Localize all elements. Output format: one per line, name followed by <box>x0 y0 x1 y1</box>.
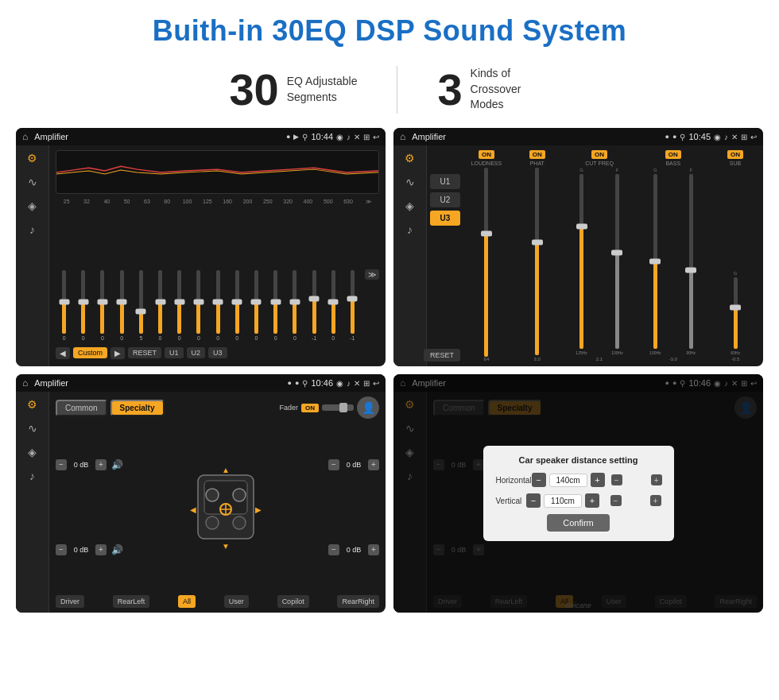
eq-desc: EQ Adjustable Segments <box>287 74 358 105</box>
slider-13[interactable]: -1 <box>305 270 322 341</box>
slider-10[interactable]: 0 <box>248 270 265 341</box>
copilot-button[interactable]: Copilot <box>277 595 309 608</box>
slider-3[interactable]: 0 <box>114 270 130 341</box>
dialog-db-minus-h[interactable]: − <box>611 474 622 485</box>
record-icon-3: ● <box>288 379 292 387</box>
db-minus-rr[interactable]: − <box>328 544 339 555</box>
slider-6[interactable]: 0 <box>171 270 188 341</box>
specialty-tab[interactable]: Specialty <box>110 400 165 416</box>
u1-button-1[interactable]: U1 <box>165 347 184 358</box>
horizontal-plus[interactable]: + <box>591 473 605 487</box>
home-icon-2[interactable]: ⌂ <box>400 131 405 142</box>
slider-9[interactable]: 0 <box>229 270 246 341</box>
eq-prev-button[interactable]: ◀ <box>56 347 70 359</box>
slider-15[interactable]: -1 <box>344 270 361 341</box>
eq-lbl-10: 250 <box>258 199 277 205</box>
home-icon-1[interactable]: ⌂ <box>22 131 28 142</box>
vol-icon-1[interactable]: ♪ <box>29 223 35 236</box>
eq-lbl-11: 320 <box>278 199 296 205</box>
eq-icon-2[interactable]: ⚙ <box>405 152 415 164</box>
eq-sliders-area: 0 0 0 <box>56 207 379 341</box>
dialog-box: Car speaker distance setting Horizontal … <box>483 446 674 541</box>
slider-7[interactable]: 0 <box>190 270 207 341</box>
svg-text:◀: ◀ <box>190 505 196 514</box>
screen1-title: Amplifier <box>34 132 283 141</box>
u2-button-1[interactable]: U2 <box>187 347 206 358</box>
user-button[interactable]: User <box>224 595 249 608</box>
phat-on[interactable]: ON <box>529 150 545 159</box>
sub-on[interactable]: ON <box>727 150 743 159</box>
driver-button[interactable]: Driver <box>56 595 84 608</box>
db-plus-rl[interactable]: + <box>95 544 107 555</box>
slider-12[interactable]: 0 <box>286 270 303 341</box>
all-button[interactable]: All <box>178 595 196 608</box>
stat-crossover: 3 Kinds of Crossover Modes <box>397 64 589 115</box>
fader-on[interactable]: ON <box>301 404 319 412</box>
dialog-db-minus-v[interactable]: − <box>610 495 622 506</box>
slider-5[interactable]: 0 <box>152 270 169 341</box>
db-minus-fl[interactable]: − <box>56 459 67 470</box>
u3-button-1[interactable]: U3 <box>208 347 227 358</box>
reset-button-1[interactable]: RESET <box>128 347 161 358</box>
eq-lbl-1: 32 <box>77 199 95 205</box>
db-minus-fr[interactable]: − <box>328 459 339 470</box>
loudness-on[interactable]: ON <box>479 150 494 159</box>
slider-1[interactable]: 0 <box>75 270 91 341</box>
bass-label: BASS <box>665 160 680 166</box>
dialog-db-plus-v[interactable]: + <box>650 495 661 506</box>
dialog-db-plus-h[interactable]: + <box>651 474 662 485</box>
vol-icon-3[interactable]: ♪ <box>29 470 35 482</box>
speaker-icon-2[interactable]: ◈ <box>405 199 414 212</box>
db-plus-fl[interactable]: + <box>95 459 107 470</box>
confirm-button[interactable]: Confirm <box>547 514 610 532</box>
back-icon-3[interactable]: ↩ <box>373 379 379 388</box>
eq-lbl-13: 500 <box>319 199 337 205</box>
eq-lbl-7: 125 <box>198 199 216 205</box>
db-plus-rr[interactable]: + <box>368 544 379 555</box>
vertical-minus[interactable]: − <box>526 493 541 508</box>
wave-icon-2[interactable]: ∿ <box>405 176 415 188</box>
u1-button-2[interactable]: U1 <box>430 174 460 189</box>
slider-0[interactable]: 0 <box>56 270 72 341</box>
wave-icon-3[interactable]: ∿ <box>28 422 37 435</box>
db-control-fl: − 0 dB + 🔊 <box>56 459 123 470</box>
eq-icon-1[interactable]: ⚙ <box>27 152 37 164</box>
wave-icon-1[interactable]: ∿ <box>28 176 37 188</box>
speaker-icon-3[interactable]: ◈ <box>28 446 37 458</box>
slider-8[interactable]: 0 <box>210 270 227 341</box>
stat-eq: 30 EQ Adjustable Segments <box>189 64 397 115</box>
u2-button-2[interactable]: U2 <box>430 192 460 207</box>
db-value-fl: 0 dB <box>70 461 92 469</box>
eq-icon-3[interactable]: ⚙ <box>27 398 37 411</box>
cutfreq-on[interactable]: ON <box>591 150 607 159</box>
vol-icon-2[interactable]: ♪ <box>407 223 413 236</box>
home-icon-3[interactable]: ⌂ <box>22 377 28 389</box>
screen-common-specialty: ⌂ Amplifier ● ● ⚲ 10:46 ◉ ♪ ✕ ⊞ ↩ ⚙ ∿ ◈ … <box>16 374 386 613</box>
bass-on[interactable]: ON <box>665 150 681 159</box>
u3-button-2[interactable]: U3 <box>430 211 460 226</box>
slider-14[interactable]: 0 <box>325 270 342 341</box>
speaker-icon-1[interactable]: ◈ <box>28 199 37 212</box>
eq-lbl-3: 50 <box>118 199 136 205</box>
common-tab[interactable]: Common <box>56 400 107 416</box>
eq-next-button[interactable]: ▶ <box>110 347 125 359</box>
dialog-title: Car speaker distance setting <box>496 455 661 465</box>
db-minus-rl[interactable]: − <box>56 544 67 555</box>
slider-11[interactable]: 0 <box>267 270 284 341</box>
horizontal-minus[interactable]: − <box>532 473 546 487</box>
back-icon-2[interactable]: ↩ <box>750 133 757 141</box>
eq-more-button[interactable]: ≫ <box>365 269 379 280</box>
db-plus-fr[interactable]: + <box>368 459 379 470</box>
slider-2[interactable]: 0 <box>94 270 110 341</box>
db-control-rl: − 0 dB + 🔊 <box>56 544 123 555</box>
rearright-button[interactable]: RearRight <box>337 595 379 608</box>
custom-button[interactable]: Custom <box>73 347 107 358</box>
db-value-rr: 0 dB <box>343 546 365 554</box>
eq-lbl-9: 200 <box>238 199 257 205</box>
back-icon-1[interactable]: ↩ <box>373 133 379 141</box>
play-icon-1[interactable]: ▶ <box>293 133 299 141</box>
rearleft-button[interactable]: RearLeft <box>113 595 150 608</box>
slider-4[interactable]: 5 <box>133 270 149 341</box>
reset-button-2[interactable]: RESET <box>424 349 460 362</box>
vertical-plus[interactable]: + <box>585 493 599 508</box>
